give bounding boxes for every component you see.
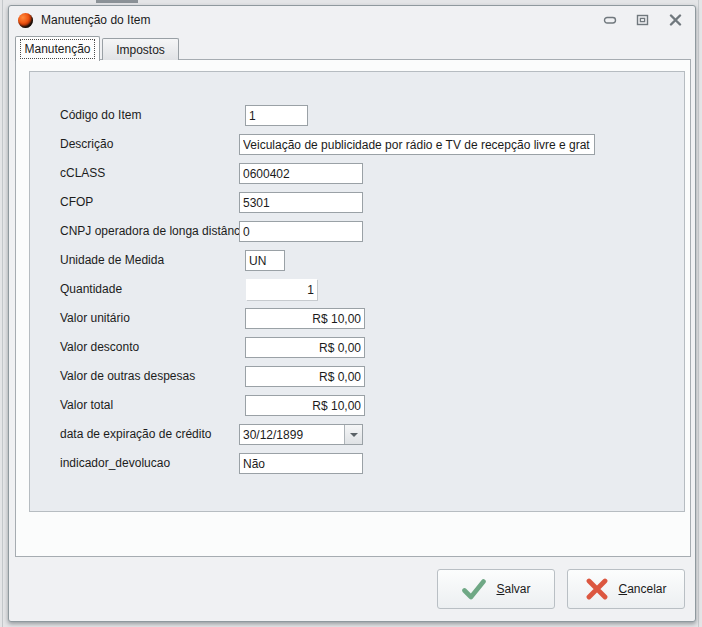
field-label: Valor unitário bbox=[60, 308, 130, 329]
field-label: indicador_devolucao bbox=[60, 453, 170, 474]
data-expiracao-input[interactable] bbox=[240, 425, 344, 444]
field-row-cfop: CFOP bbox=[30, 192, 684, 213]
field-label: Valor de outras despesas bbox=[60, 366, 195, 387]
app-logo-icon bbox=[18, 13, 33, 28]
field-label: Valor desconto bbox=[60, 337, 139, 358]
x-icon bbox=[585, 578, 609, 600]
save-button-label: Salvar bbox=[496, 582, 530, 596]
tab-label: Impostos bbox=[116, 43, 165, 57]
field-row-cclass: cCLASS bbox=[30, 163, 684, 184]
tab-label: Manutenção bbox=[21, 40, 93, 58]
field-label: Descrição bbox=[60, 134, 113, 155]
field-label: Código do Item bbox=[60, 105, 141, 126]
unidade-de-medida-input[interactable] bbox=[245, 250, 285, 271]
field-label: CNPJ operadora de longa distância bbox=[60, 221, 249, 242]
maximize-icon bbox=[636, 14, 649, 26]
field-label: cCLASS bbox=[60, 163, 105, 184]
field-row-codigo: Código do Item bbox=[30, 105, 684, 126]
field-row-unidade: Unidade de Medida bbox=[30, 250, 684, 271]
chevron-down-icon bbox=[350, 433, 358, 437]
form-panel: Código do Item Descrição cCLASS CFOP CNP… bbox=[29, 71, 685, 512]
cnpj-operadora-input[interactable] bbox=[239, 221, 363, 242]
field-label: data de expiração de crédito bbox=[60, 424, 211, 445]
valor-outras-despesas-input[interactable] bbox=[245, 366, 365, 387]
field-label: Quantidade bbox=[60, 279, 122, 300]
quantidade-input[interactable] bbox=[246, 279, 317, 300]
window-title: Manutenção do Item bbox=[41, 13, 150, 27]
field-row-valor-desconto: Valor desconto bbox=[30, 337, 684, 358]
background-artifact-line bbox=[698, 0, 699, 627]
window-controls bbox=[599, 6, 686, 34]
close-button[interactable] bbox=[665, 11, 686, 29]
data-expiracao-combobox[interactable] bbox=[239, 424, 363, 445]
minimize-icon bbox=[603, 15, 617, 25]
field-row-valor-total: Valor total bbox=[30, 395, 684, 416]
valor-unitario-input[interactable] bbox=[245, 308, 365, 329]
valor-desconto-input[interactable] bbox=[245, 337, 365, 358]
combo-dropdown-button[interactable] bbox=[344, 425, 362, 444]
cfop-input[interactable] bbox=[239, 192, 363, 213]
cclass-input[interactable] bbox=[239, 163, 363, 184]
codigo-do-item-input[interactable] bbox=[245, 105, 308, 126]
tab-impostos[interactable]: Impostos bbox=[102, 38, 179, 60]
field-label: Valor total bbox=[60, 395, 113, 416]
close-icon bbox=[669, 14, 682, 26]
dialog-window: Manutenção do Item bbox=[8, 5, 696, 622]
field-label: Unidade de Medida bbox=[60, 250, 164, 271]
background-artifact-fragment bbox=[96, 0, 138, 3]
field-row-indicador-devolucao: indicador_devolucao bbox=[30, 453, 684, 474]
field-row-cnpj-operadora: CNPJ operadora de longa distância bbox=[30, 221, 684, 242]
background-artifact-line bbox=[2, 0, 3, 627]
tab-manutencao[interactable]: Manutenção bbox=[15, 36, 100, 61]
minimize-button[interactable] bbox=[599, 11, 620, 29]
field-row-valor-unitario: Valor unitário bbox=[30, 308, 684, 329]
valor-total-input[interactable] bbox=[245, 395, 365, 416]
check-icon bbox=[461, 578, 487, 600]
field-label: CFOP bbox=[60, 192, 93, 213]
title-bar: Manutenção do Item bbox=[9, 6, 695, 34]
save-button[interactable]: Salvar bbox=[437, 569, 555, 609]
indicador-devolucao-input[interactable] bbox=[239, 453, 363, 474]
tab-strip: Manutenção Impostos bbox=[15, 35, 179, 60]
field-row-descricao: Descrição bbox=[30, 134, 684, 155]
cancel-button-label: Cancelar bbox=[618, 582, 666, 596]
maximize-button[interactable] bbox=[632, 11, 653, 29]
field-row-quantidade: Quantidade bbox=[30, 279, 684, 300]
descricao-input[interactable] bbox=[239, 134, 595, 155]
cancel-button[interactable]: Cancelar bbox=[567, 569, 685, 609]
field-row-data-expiracao: data de expiração de crédito bbox=[30, 424, 684, 445]
field-row-valor-outras-despesas: Valor de outras despesas bbox=[30, 366, 684, 387]
tab-page-manutencao: Código do Item Descrição cCLASS CFOP CNP… bbox=[15, 59, 691, 557]
